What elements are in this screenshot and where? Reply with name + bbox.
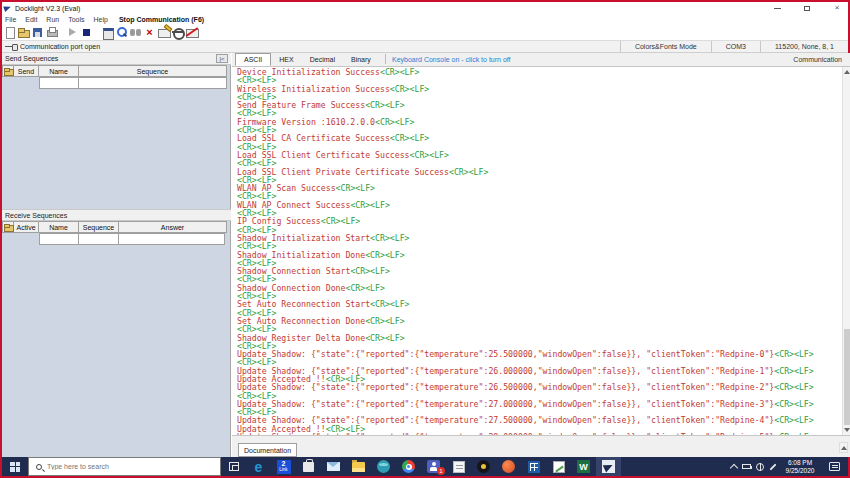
open-project-icon[interactable] — [18, 26, 29, 38]
com-port-indicator[interactable]: COM3 — [711, 41, 760, 52]
taskbar-item-link-app[interactable]: 2 Link — [271, 457, 296, 476]
tab-hex[interactable]: HEX — [271, 53, 301, 66]
send-name-cell[interactable] — [39, 77, 79, 89]
log-line: Load SSL Client Private Certificate Succ… — [237, 168, 842, 176]
options-gear-icon[interactable] — [172, 26, 183, 38]
taskbar-item-powerpoint[interactable] — [496, 457, 521, 476]
taskbar-item-docklight-active[interactable] — [596, 457, 621, 476]
taskbar-item-notes[interactable] — [446, 457, 471, 476]
send-folder-button[interactable] — [2, 65, 14, 77]
keyboard-console-toggle[interactable]: Keyboard Console on - click to turn off — [392, 56, 511, 63]
receive-sequences-title: Receive Sequences — [2, 209, 231, 221]
port-status: Communication port open — [20, 43, 100, 50]
taskbar-item-calculator[interactable] — [521, 457, 546, 476]
log-line: Update Shadow: {"state":{"reported":{"te… — [237, 350, 842, 358]
taskbar-item-browser[interactable] — [371, 457, 396, 476]
start-communication-icon[interactable] — [67, 26, 78, 38]
column-answer: Answer — [119, 221, 227, 233]
taskbar-item-media[interactable] — [471, 457, 496, 476]
keyboard-console-off-icon[interactable] — [186, 26, 197, 38]
log-body[interactable]: Device Initialization Success<CR><LF><CR… — [232, 67, 842, 435]
search-icon — [36, 464, 42, 470]
column-sequence: Sequence — [79, 221, 119, 233]
log-line: Shadow Connection Start<CR><LF> — [237, 267, 842, 275]
tab-documentation[interactable]: Documentation — [238, 443, 297, 457]
taskbar-item-editor[interactable] — [546, 457, 571, 476]
delete-icon[interactable]: × — [144, 26, 155, 38]
task-view-icon — [229, 462, 239, 471]
menu-edit[interactable]: Edit — [25, 16, 37, 23]
link-app-icon: 2 Link — [277, 460, 291, 474]
log-line: Shadow Initialization Start<CR><LF> — [237, 234, 842, 242]
battery-icon — [742, 464, 751, 469]
send-sequences-title: Send Sequences |< — [2, 53, 231, 65]
taskbar-clock[interactable]: 6:08 PM 9/25/2020 — [779, 459, 821, 475]
pen-icon — [769, 463, 776, 470]
log-line: Set Auto Reconnection Start<CR><LF> — [237, 300, 842, 308]
stop-communication-icon[interactable] — [81, 26, 92, 38]
taskbar-item-store[interactable] — [296, 457, 321, 476]
scrollbar-thumb[interactable] — [844, 329, 850, 425]
tab-binary[interactable]: Binary — [343, 53, 379, 66]
chevron-up-icon — [729, 464, 737, 472]
receive-answer-cell[interactable] — [119, 233, 225, 245]
port-params-indicator[interactable]: 115200, None, 8, 1 — [760, 41, 848, 52]
taskbar-item-chrome[interactable] — [396, 457, 421, 476]
start-button[interactable] — [2, 457, 28, 476]
log-scrollbar[interactable] — [842, 67, 850, 435]
log-line: Set Auto Reconnection Done<CR><LF> — [237, 317, 842, 325]
receive-sequence-cell[interactable] — [79, 233, 119, 245]
doc-scroll-up-icon[interactable] — [839, 442, 848, 453]
search-binoculars-icon[interactable] — [130, 26, 141, 38]
log-line: Load SSL Client Certificate Success<CR><… — [237, 151, 842, 159]
tab-decimal[interactable]: Decimal — [302, 53, 343, 66]
taskbar-item-w-app[interactable]: W — [571, 457, 596, 476]
receive-sequences-row — [2, 233, 231, 245]
taskbar-item-file-explorer[interactable] — [346, 457, 371, 476]
new-file-icon[interactable] — [4, 26, 15, 38]
menu-stop-communication[interactable]: Stop Communication (F6) — [119, 16, 204, 23]
close-button[interactable]: × — [830, 3, 844, 13]
collapse-panel-button[interactable]: |< — [216, 54, 228, 63]
menu-file[interactable]: File — [5, 16, 16, 23]
window-title: Docklight V2.3 (Eval) — [15, 5, 80, 12]
minimize-button[interactable] — [770, 3, 784, 13]
menu-tools[interactable]: Tools — [68, 16, 84, 23]
network-button[interactable] — [753, 457, 766, 476]
tab-ascii[interactable]: ASCII — [235, 53, 271, 66]
action-center-icon[interactable] — [829, 462, 840, 471]
taskbar-item-edge[interactable]: e — [246, 457, 271, 476]
menu-help[interactable]: Help — [94, 16, 108, 23]
windows-logo-icon — [10, 462, 20, 472]
mail-icon — [327, 462, 340, 471]
mode-indicator[interactable]: Colors&Fonts Mode — [620, 41, 711, 52]
taskbar-item-teams[interactable]: 1 — [421, 457, 446, 476]
maximize-button[interactable] — [800, 3, 814, 13]
taskbar-search[interactable] — [28, 457, 221, 476]
receive-folder-button[interactable] — [2, 221, 14, 233]
receive-name-cell[interactable] — [39, 233, 79, 245]
clock-date: 9/25/2020 — [779, 467, 821, 475]
task-view-button[interactable] — [221, 457, 246, 476]
serial-plug-icon — [5, 43, 17, 50]
print-icon[interactable] — [46, 26, 57, 38]
scroll-down-icon[interactable] — [844, 428, 850, 432]
send-sequence-cell[interactable] — [79, 77, 227, 89]
column-active: Active — [14, 221, 39, 233]
project-settings-icon[interactable] — [102, 26, 113, 38]
scroll-up-icon[interactable] — [844, 70, 850, 74]
battery-button[interactable] — [740, 457, 753, 476]
find-icon[interactable] — [116, 26, 127, 38]
sequences-panel: Send Sequences |< Send Name Sequence Rec… — [2, 53, 231, 457]
search-input[interactable] — [47, 463, 197, 470]
keyboard-console-icon[interactable] — [158, 26, 169, 38]
save-project-icon[interactable] — [32, 26, 43, 38]
log-line: WLAN AP Connect Success<CR><LF> — [237, 201, 842, 209]
hidden-icons-button[interactable] — [727, 457, 740, 476]
taskbar-item-mail[interactable] — [321, 457, 346, 476]
menu-run[interactable]: Run — [46, 16, 59, 23]
pen-button[interactable] — [766, 457, 779, 476]
media-app-icon — [477, 460, 490, 473]
notification-badge: 1 — [437, 467, 445, 475]
column-name: Name — [39, 65, 79, 77]
